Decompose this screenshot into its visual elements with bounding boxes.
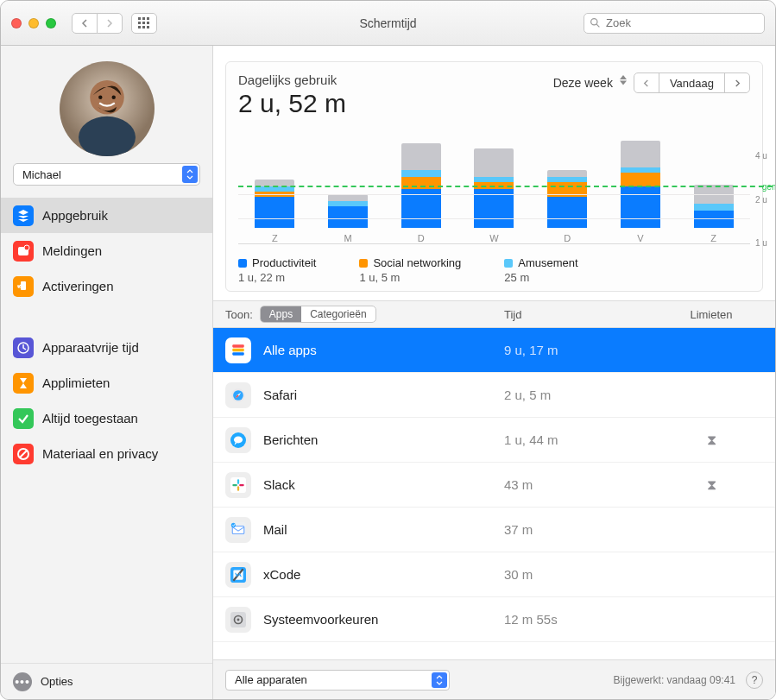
- bar-label: Z: [272, 233, 278, 243]
- sidebar-item-content-privacy[interactable]: Materiaal en privacy: [1, 436, 212, 471]
- close-icon[interactable]: [11, 18, 22, 28]
- sidebar-item-activeringen[interactable]: Activeringen: [1, 268, 212, 304]
- sidebar-item-appgebruik[interactable]: Appgebruik: [1, 198, 212, 233]
- app-name: Mail: [263, 522, 504, 537]
- next-day-button[interactable]: [725, 73, 749, 92]
- app-limit: ⧗: [659, 432, 763, 448]
- app-name: Alle apps: [263, 343, 504, 357]
- table-row[interactable]: Safari2 u, 5 m: [213, 373, 775, 418]
- table-row[interactable]: Berichten1 u, 44 m⧗: [213, 418, 775, 463]
- table-row[interactable]: Alle apps9 u, 17 m: [213, 328, 775, 373]
- app-name: Safari: [263, 388, 504, 402]
- sidebar-item-always-allowed[interactable]: Altijd toegestaan: [1, 400, 212, 436]
- device-select[interactable]: Alle apparaten: [225, 670, 450, 691]
- help-button[interactable]: ?: [746, 672, 763, 689]
- show-segmented: Apps Categorieën: [260, 306, 376, 323]
- prev-day-button[interactable]: [634, 73, 659, 92]
- chart-legend: Productiviteit 1 u, 22 m Social networki…: [238, 256, 750, 284]
- bar-col[interactable]: D: [401, 143, 441, 243]
- svg-point-17: [24, 245, 29, 250]
- svg-rect-35: [232, 526, 244, 533]
- svg-rect-8: [147, 26, 149, 28]
- svg-rect-1: [142, 17, 145, 20]
- user-name: Michael: [22, 168, 61, 181]
- svg-point-28: [234, 436, 243, 443]
- legend-social: Social networking 1 u, 5 m: [359, 256, 461, 284]
- bar-col[interactable]: Z: [255, 180, 294, 243]
- average-line: [238, 186, 776, 187]
- svg-point-9: [591, 19, 597, 25]
- table-row[interactable]: Systeemvoorkeuren12 m 55s: [213, 597, 775, 642]
- avatar[interactable]: [60, 61, 155, 156]
- slack-icon: [225, 472, 251, 498]
- notification-icon: [13, 241, 34, 262]
- titlebar: Schermtijd: [1, 1, 775, 46]
- stack-icon: [225, 337, 251, 363]
- svg-rect-30: [237, 479, 239, 484]
- svg-rect-3: [138, 22, 141, 24]
- svg-rect-31: [232, 483, 237, 485]
- svg-point-42: [237, 618, 240, 621]
- y-axis: 4 u 2 u 1 u: [755, 148, 776, 244]
- xcode-icon: [225, 562, 251, 588]
- bar-label: W: [489, 233, 498, 243]
- table-row[interactable]: Mail37 m: [213, 508, 775, 552]
- bar-col[interactable]: V: [621, 141, 660, 243]
- sidebar-item-label: Appgebruik: [42, 208, 108, 223]
- sidebar-item-downtime[interactable]: Apparaatvrije tijd: [1, 330, 212, 365]
- usage-chart: gem. ZMDWDVZ 4 u 2 u 1 u: [238, 130, 750, 244]
- svg-rect-24: [232, 344, 244, 347]
- chevron-right-icon: [105, 19, 114, 28]
- sidebar-item-label: Applimieten: [42, 375, 110, 390]
- app-rows: Alle apps9 u, 17 mSafari2 u, 5 mBerichte…: [213, 328, 775, 659]
- bar-col[interactable]: D: [547, 170, 587, 243]
- usage-label: Dagelijks gebruik: [238, 73, 346, 87]
- show-label: Toon:: [225, 308, 253, 321]
- svg-rect-5: [147, 22, 149, 24]
- table-row[interactable]: Slack43 m⧗: [213, 463, 775, 508]
- check-icon: [13, 408, 34, 429]
- maximize-icon[interactable]: [46, 18, 56, 28]
- all-prefs-button[interactable]: [131, 13, 157, 34]
- bar-label: Z: [710, 233, 716, 243]
- bar-label: D: [564, 233, 571, 243]
- user-select[interactable]: Michael: [13, 163, 200, 186]
- legend-prod: Productiviteit 1 u, 22 m: [238, 256, 316, 284]
- updated-label: Bijgewerkt: vandaag 09:41: [614, 674, 735, 686]
- sidebar-item-label: Meldingen: [42, 243, 102, 258]
- bar-col[interactable]: W: [474, 148, 514, 243]
- hourglass-icon: [13, 373, 34, 394]
- ellipsis-icon: •••: [13, 672, 32, 691]
- sidebar-item-applimieten[interactable]: Applimieten: [1, 365, 212, 400]
- forward-button[interactable]: [97, 13, 123, 34]
- bar-col[interactable]: Z: [694, 185, 734, 243]
- app-time: 30 m: [504, 567, 659, 582]
- app-name: Slack: [263, 477, 504, 492]
- today-button[interactable]: Vandaag: [659, 73, 725, 92]
- search-field[interactable]: [584, 13, 765, 34]
- svg-rect-23: [232, 348, 244, 350]
- range-select[interactable]: Deze week: [553, 76, 627, 90]
- seg-apps[interactable]: Apps: [261, 306, 301, 322]
- sidebar: Michael Appgebruik Meldingen Acti: [1, 46, 213, 699]
- svg-rect-33: [239, 483, 244, 485]
- col-limits-header[interactable]: Limieten: [659, 308, 763, 321]
- app-time: 43 m: [504, 477, 659, 492]
- legend-amusement: Amusement 25 m: [504, 256, 577, 284]
- minimize-icon[interactable]: [28, 18, 39, 28]
- seg-categories[interactable]: Categorieën: [301, 306, 375, 322]
- search-input[interactable]: [604, 16, 759, 30]
- no-icon: [13, 444, 34, 464]
- sidebar-item-meldingen[interactable]: Meldingen: [1, 233, 212, 268]
- options-button[interactable]: ••• Opties: [1, 663, 212, 699]
- svg-point-13: [79, 117, 136, 156]
- app-name: Berichten: [263, 432, 504, 447]
- table-row[interactable]: xCode30 m: [213, 552, 775, 597]
- chevron-left-icon: [80, 19, 89, 28]
- col-time-header[interactable]: Tijd: [504, 308, 659, 321]
- svg-line-10: [596, 24, 599, 27]
- svg-rect-22: [232, 352, 244, 355]
- main: Dagelijks gebruik 2 u, 52 m Deze week: [213, 46, 775, 699]
- back-button[interactable]: [72, 13, 98, 34]
- chevron-left-icon: [642, 79, 650, 87]
